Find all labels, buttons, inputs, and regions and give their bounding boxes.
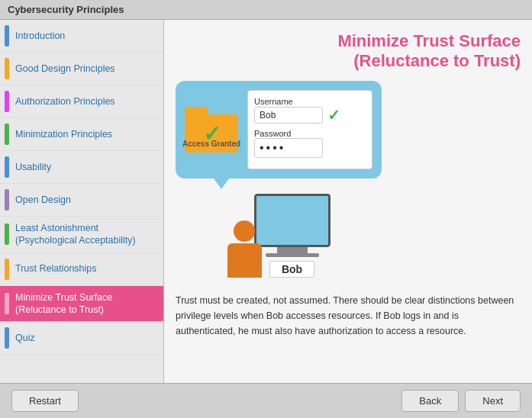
person-body [227,243,262,278]
sidebar-item-least-astonishment[interactable]: Least Astonishment (Psychological Accept… [0,217,163,253]
sidebar-color-bar [5,259,9,280]
scene-container: ✓ Access Granted Username ✓ [176,81,382,278]
sidebar-item-introduction[interactable]: Introduction [0,20,163,53]
sidebar-color-bar [5,223,9,245]
sidebar-item-label: Quiz [15,332,35,344]
description-text: Trust must be created, not assumed. Ther… [176,293,521,339]
visual-area: ✓ Access Granted Username ✓ [176,81,521,278]
app-title: Cybersecurity Principles [0,0,532,20]
sidebar-item-label: Least Astonishment (Psychological Accept… [15,222,157,247]
sidebar-item-label: Usability [15,161,51,173]
sidebar-color-bar [5,124,9,145]
sidebar-item-label: Minimize Trust Surface (Reluctance to Tr… [15,291,157,317]
sidebar-item-label: Trust Relationships [15,262,97,275]
computer-wrapper: Bob [254,194,330,278]
sidebar-item-label: Minimization Principles [15,128,112,140]
password-field: •••• [254,138,323,158]
password-label: Password [254,129,366,138]
sidebar-item-authorization[interactable]: Authorization Principles [0,85,163,118]
username-label: Username [254,97,366,106]
person-head [234,220,255,242]
content-area: Minimize Trust Surface (Reluctance to Tr… [164,20,532,383]
folder-icon: ✓ Access Granted [185,107,238,153]
sidebar-item-trust-relationships[interactable]: Trust Relationships [0,253,163,286]
sidebar-item-label: Introduction [15,30,65,42]
sidebar-color-bar [5,327,9,349]
sidebar-item-open-design[interactable]: Open Design [0,184,163,217]
nav-buttons: Back Next [401,390,521,412]
bottom-bar: Restart Back Next [0,383,532,418]
monitor-stand [277,247,308,253]
sidebar-color-bar [5,58,9,79]
sidebar-item-usability[interactable]: Usability [0,151,163,184]
monitor [254,194,330,247]
sidebar-color-bar [5,91,9,112]
username-check-icon: ✓ [327,106,340,124]
monitor-base [266,253,319,257]
username-field[interactable] [254,107,323,124]
speech-bubble: ✓ Access Granted Username ✓ [176,81,382,178]
next-button[interactable]: Next [465,390,521,412]
sidebar: IntroductionGood Design PrinciplesAuthor… [0,20,164,383]
sidebar-item-label: Authorization Principles [15,95,115,108]
sidebar-item-label: Good Design Principles [15,63,115,75]
sidebar-color-bar [5,25,9,47]
sidebar-color-bar [5,156,9,178]
person-computer-scene: Bob [227,194,330,278]
login-form: Username ✓ Password •••• [247,90,372,169]
person-figure [227,220,262,278]
back-button[interactable]: Back [401,390,459,412]
person-name-label: Bob [269,261,314,278]
restart-button[interactable]: Restart [11,390,79,412]
sidebar-color-bar [5,189,9,211]
page-title: Minimize Trust Surface (Reluctance to Tr… [176,31,521,72]
access-granted-label: Access Granted [182,140,240,148]
sidebar-item-good-design[interactable]: Good Design Principles [0,53,163,85]
sidebar-color-bar [5,293,9,314]
sidebar-item-minimization[interactable]: Minimization Principles [0,118,163,151]
sidebar-item-minimize-trust[interactable]: Minimize Trust Surface (Reluctance to Tr… [0,286,163,323]
sidebar-item-label: Open Design [15,194,71,206]
sidebar-item-quiz[interactable]: Quiz [0,322,163,355]
